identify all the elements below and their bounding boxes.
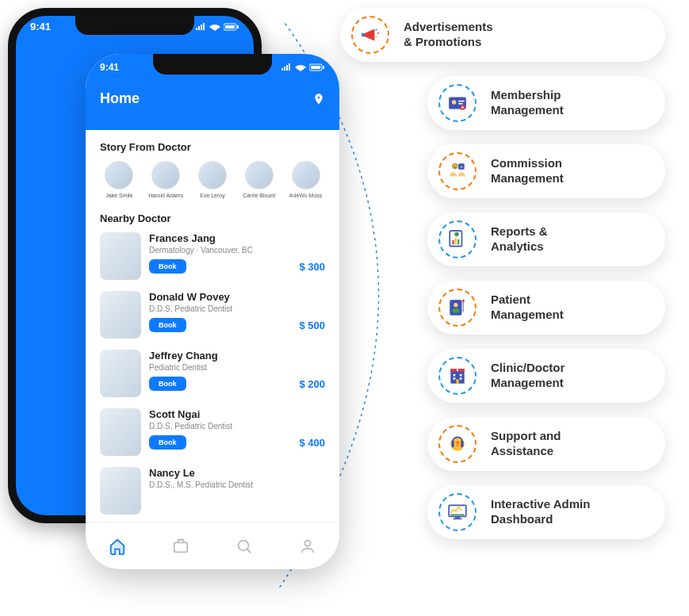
doctor-spec: D.D.S., M.S. Pediatric Dentist [149, 480, 325, 489]
svg-rect-27 [450, 300, 461, 316]
svg-point-31 [462, 300, 465, 302]
story-item[interactable]: Eve Leroy [193, 161, 232, 198]
feature-dashboard: Interactive Admin Dashboard [427, 485, 665, 539]
avatar [151, 161, 180, 189]
svg-rect-16 [458, 103, 462, 105]
doctor-photo [100, 467, 141, 515]
doctor-row[interactable]: Jeffrey Chang Pediatric Dentist Book $ 2… [100, 350, 325, 397]
avatar [198, 161, 227, 189]
doctor-row[interactable]: Frances Jang Dermatology · Vancouver, BC… [100, 232, 325, 280]
svg-rect-30 [463, 301, 465, 312]
feature-advertisements: Advertisements & Promotions [340, 8, 665, 62]
briefcase-icon[interactable] [172, 538, 189, 555]
story-item[interactable]: Harold Adams [147, 161, 186, 198]
svg-rect-35 [457, 369, 457, 371]
commission-icon: $% [438, 152, 477, 190]
phone-device-front: 9:41 Home Story From Doctor Jake Smile H… [86, 54, 339, 569]
avatar [292, 161, 320, 189]
section-nearby-label: Nearby Doctor [100, 212, 325, 224]
avatar [105, 161, 133, 189]
doctor-row[interactable]: Donald W Povey D.D.S, Pediatric Dentist … [100, 291, 325, 339]
doctor-spec: Dermatology · Vancouver, BC [149, 246, 325, 254]
book-button[interactable]: Book [149, 318, 186, 332]
feature-label: Reports & Analytics [491, 224, 548, 254]
svg-rect-39 [460, 377, 462, 380]
svg-point-28 [454, 303, 457, 307]
megaphone-icon [351, 16, 389, 54]
svg-point-8 [304, 540, 310, 545]
svg-rect-37 [460, 374, 462, 377]
feature-label: Membership Management [491, 88, 564, 118]
home-icon[interactable] [109, 538, 126, 555]
doctor-spec: D.D.S, Pediatric Dentist [149, 422, 325, 430]
feature-label: Clinic/Doctor Management [491, 361, 565, 391]
section-story-label: Story From Doctor [100, 141, 325, 153]
patient-icon [438, 289, 477, 327]
notch [153, 54, 272, 75]
feature-membership: Membership Management [427, 76, 665, 130]
feature-support: ? Support and Assistance [427, 417, 665, 471]
svg-rect-25 [457, 239, 459, 245]
svg-rect-44 [455, 516, 461, 518]
story-name: AdeWo Moss [286, 193, 325, 198]
story-item[interactable]: AdeWo Moss [286, 161, 325, 198]
doctor-price: $ 500 [299, 319, 325, 331]
doctor-spec: D.D.S, Pediatric Dentist [149, 304, 325, 313]
story-name: Eve Leroy [193, 193, 232, 198]
doctor-row[interactable]: Scott Ngai D.D.S, Pediatric Dentist Book… [100, 408, 325, 456]
doctor-name: Scott Ngai [149, 408, 325, 420]
svg-point-12 [376, 36, 377, 37]
page-title: Home [100, 90, 140, 107]
svg-text:?: ? [455, 440, 459, 448]
feature-label: Commission Management [491, 156, 564, 186]
svg-rect-23 [453, 240, 454, 244]
dashboard-icon [438, 493, 477, 531]
story-name: Carrie Blount [239, 193, 278, 198]
search-icon[interactable] [235, 538, 253, 555]
svg-rect-24 [455, 238, 457, 245]
feature-list: Advertisements & Promotions Membership M… [427, 8, 665, 539]
notch [75, 14, 194, 35]
doctor-name: Donald W Povey [149, 291, 325, 303]
book-button[interactable]: Book [149, 259, 186, 274]
id-card-icon [438, 84, 477, 122]
status-indicators [281, 62, 325, 73]
user-icon[interactable] [299, 538, 316, 555]
svg-rect-38 [454, 377, 456, 380]
support-icon: ? [438, 425, 477, 463]
story-item[interactable]: Carrie Blount [239, 161, 278, 198]
svg-rect-9 [362, 33, 364, 36]
feature-label: Support and Assistance [491, 429, 561, 459]
book-button[interactable]: Book [149, 377, 186, 391]
svg-rect-40 [456, 379, 458, 383]
doctor-name: Jeffrey Chang [149, 350, 325, 362]
svg-rect-36 [454, 374, 456, 377]
app-body: Story From Doctor Jake Smile Harold Adam… [86, 130, 339, 569]
story-item[interactable]: Jake Smile [100, 161, 139, 198]
feature-label: Interactive Admin Dashboard [491, 497, 590, 527]
tab-bar [86, 522, 339, 569]
avatar [245, 161, 274, 189]
feature-commission: $% Commission Management [427, 144, 665, 198]
story-list: Jake Smile Harold Adams Eve Leroy Carrie… [100, 161, 325, 198]
svg-text:%: % [460, 165, 463, 169]
story-name: Harold Adams [147, 193, 186, 198]
svg-point-10 [376, 29, 377, 30]
svg-rect-4 [311, 66, 320, 69]
doctor-photo [100, 232, 141, 280]
book-button[interactable]: Book [149, 435, 186, 450]
status-time: 9:41 [30, 21, 51, 33]
svg-point-7 [239, 540, 249, 550]
story-name: Jake Smile [100, 193, 139, 198]
svg-point-14 [452, 100, 456, 104]
doctor-photo [100, 291, 141, 339]
clinic-icon [438, 357, 477, 395]
report-icon [438, 220, 477, 258]
doctor-price: $ 200 [299, 378, 325, 390]
doctor-row[interactable]: Nancy Le D.D.S., M.S. Pediatric Dentist [100, 467, 325, 515]
location-pin-icon[interactable] [312, 93, 325, 105]
feature-patient: Patient Management [427, 281, 665, 335]
doctor-name: Frances Jang [149, 232, 325, 244]
doctor-photo [100, 350, 141, 397]
svg-rect-6 [174, 542, 188, 552]
